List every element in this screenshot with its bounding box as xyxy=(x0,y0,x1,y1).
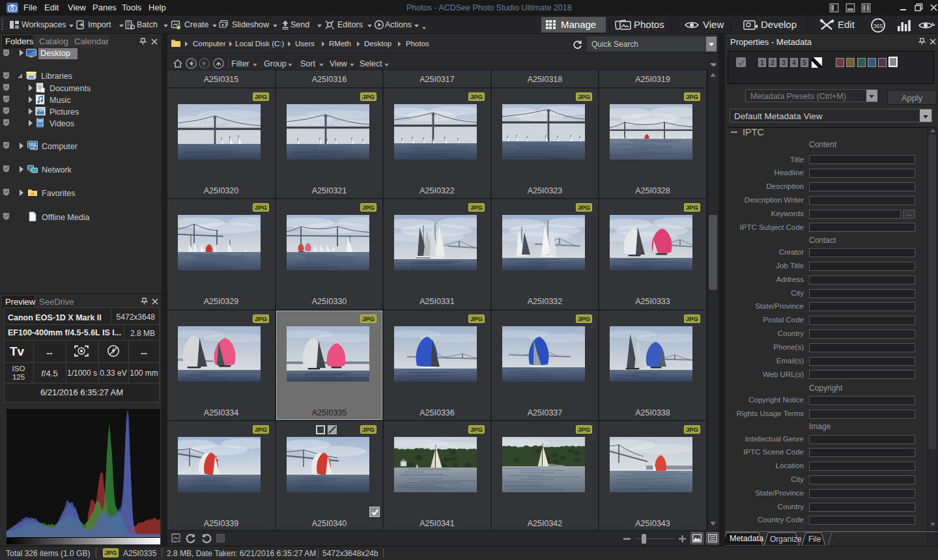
svg-text:365: 365 xyxy=(874,23,883,29)
